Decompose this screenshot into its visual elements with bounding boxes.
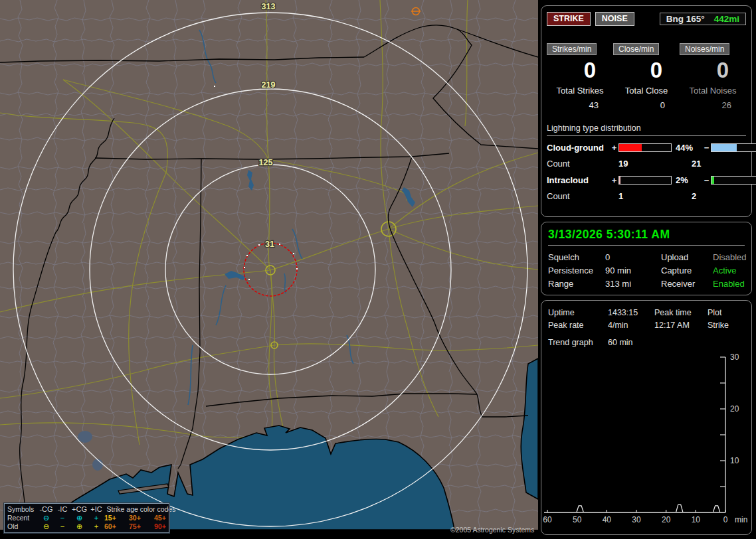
svg-text:30: 30: [632, 515, 641, 524]
svg-text:10: 10: [730, 456, 739, 465]
persistence-value: 90 min: [605, 264, 661, 277]
plot-label: Plot: [708, 307, 745, 319]
peak-time-value: 12:17 AM: [654, 319, 708, 332]
status-row: Range 313 mi Receiver Enabled: [548, 277, 745, 291]
squelch-value: 0: [605, 251, 661, 264]
ic-negative-count: 2: [692, 191, 755, 201]
plus-icon: +: [610, 175, 618, 185]
capture-status: Active: [713, 264, 745, 277]
total-strikes-value: 43: [547, 100, 613, 110]
divider: [548, 245, 745, 246]
noises-per-min-value: 0: [680, 59, 746, 82]
capture-label: Capture: [661, 264, 713, 277]
stats-panel: Uptime 1433:15 Peak time Plot Peak rate …: [541, 300, 752, 535]
status-row: Persistence 90 min Capture Active: [548, 264, 745, 277]
strikes-per-min-chip: Strikes/min: [547, 43, 597, 55]
trend-window-value: 60 min: [608, 337, 654, 349]
legend-col-pos-cg: +CG: [70, 505, 88, 514]
uptime-label: Uptime: [548, 307, 608, 319]
app-window: 313 219 125 31 Symbols -CG -IC +CG +IC S…: [0, 0, 756, 539]
ic-count-label: Count: [547, 191, 610, 201]
plus-icon: +: [610, 143, 618, 153]
noises-counter-column: Noises/min 0 Total Noises 26: [680, 43, 746, 110]
legend-row-recent: Recent ⊖ − ⊕ + 15+ 30+ 45+: [7, 514, 166, 522]
age-45: 45+: [154, 514, 178, 522]
bearing-label: Bng 165°: [666, 14, 705, 24]
legend-col-neg-cg: -CG: [38, 505, 54, 514]
strike-map[interactable]: 313 219 125 31: [0, 0, 538, 530]
neg-ic-old-icon: −: [54, 522, 70, 531]
intracloud-label: Intracloud: [547, 175, 610, 185]
total-strikes-label: Total Strikes: [547, 86, 613, 96]
legend-col-pos-ic: +IC: [88, 505, 104, 514]
close-counter-column: Close/min 0 Total Close 0: [613, 43, 680, 110]
close-per-min-value: 0: [613, 59, 680, 82]
range-label: Range: [548, 277, 605, 291]
age-30: 30+: [129, 514, 154, 522]
cg-positive-count: 19: [618, 159, 692, 169]
intracloud-row: Intracloud + 2% − 5%: [547, 175, 746, 185]
svg-text:20: 20: [662, 515, 671, 524]
range-value: 313 mi: [605, 277, 661, 291]
cloud-ground-label: Cloud-ground: [547, 143, 610, 153]
svg-text:min: min: [735, 515, 747, 524]
pos-cg-old-icon: ⊕: [70, 522, 88, 531]
peak-rate-label: Peak rate: [548, 319, 608, 332]
counters-panel: STRIKE NOISE Bng 165° 442mi Strikes/min …: [541, 5, 752, 217]
total-close-value: 0: [613, 100, 680, 110]
ring-label-313: 313: [262, 2, 276, 11]
svg-text:30: 30: [730, 352, 739, 362]
bearing-readout: Bng 165° 442mi: [660, 13, 746, 25]
cg-count-label: Count: [547, 159, 610, 169]
legend-recent-label: Recent: [7, 514, 38, 522]
noises-per-min-chip: Noises/min: [680, 43, 729, 55]
plot-mode-value: Strike: [708, 319, 745, 332]
datetime-display: 3/13/2026 5:30:11 AM: [548, 228, 745, 242]
ring-label-125: 125: [259, 158, 273, 167]
distribution-title: Lightning type distribution: [547, 123, 746, 136]
ring-label-31: 31: [265, 240, 274, 249]
strike-toggle-button[interactable]: STRIKE: [547, 12, 591, 26]
strikes-per-min-value: 0: [547, 59, 613, 82]
stats-row: Peak rate 4/min 12:17 AM Strike: [548, 319, 745, 332]
cg-positive-bar: [618, 143, 672, 152]
legend-header: Symbols -CG -IC +CG +IC Strike age color…: [7, 505, 166, 514]
pos-ic-old-icon: +: [88, 522, 104, 531]
svg-text:20: 20: [730, 404, 739, 414]
trend-graph-chart: 1020306050403020100min: [542, 348, 752, 534]
minus-icon: −: [702, 143, 711, 153]
bearing-distance: 442mi: [714, 14, 739, 24]
legend-symbols-title: Symbols: [7, 505, 38, 514]
cg-negative-bar: [711, 143, 756, 152]
cg-negative-count: 21: [692, 159, 755, 169]
cloud-ground-row: Cloud-ground + 44% − 49%: [547, 143, 746, 153]
neg-ic-recent-icon: −: [54, 514, 70, 522]
uptime-value: 1433:15: [608, 307, 654, 319]
rate-counters: Strikes/min 0 Total Strikes 43 Close/min…: [547, 43, 746, 110]
trend-graph-row: Trend graph 60 min: [548, 337, 745, 349]
neg-cg-old-icon: ⊖: [38, 522, 54, 531]
age-60: 60+: [104, 522, 129, 531]
legend-old-label: Old: [7, 522, 38, 531]
neg-cg-recent-icon: ⊖: [38, 514, 54, 522]
cg-positive-pct: 44%: [672, 143, 702, 153]
status-row: Squelch 0 Upload Disabled: [548, 251, 745, 264]
squelch-label: Squelch: [548, 251, 605, 264]
legend-age-title: Strike age color codes: [104, 505, 178, 514]
ic-negative-bar: [711, 176, 756, 185]
ic-positive-pct: 2%: [672, 175, 702, 185]
trend-graph-label: Trend graph: [548, 337, 608, 349]
svg-text:0: 0: [723, 515, 728, 524]
stats-row: Uptime 1433:15 Peak time Plot: [548, 307, 745, 319]
peak-rate-value: 4/min: [608, 319, 654, 332]
strikes-counter-column: Strikes/min 0 Total Strikes 43: [547, 43, 613, 110]
receiver-status: Enabled: [713, 277, 745, 291]
noise-toggle-button[interactable]: NOISE: [595, 12, 634, 26]
ic-positive-count: 1: [618, 191, 692, 201]
symbols-legend: Symbols -CG -IC +CG +IC Strike age color…: [4, 503, 169, 533]
intracloud-count-row: Count 1 2: [547, 191, 746, 201]
copyright-text: ©2005 Astrogenic Systems: [450, 526, 538, 534]
minus-icon: −: [702, 175, 711, 185]
upload-label: Upload: [661, 251, 713, 264]
total-noises-label: Total Noises: [680, 86, 746, 96]
